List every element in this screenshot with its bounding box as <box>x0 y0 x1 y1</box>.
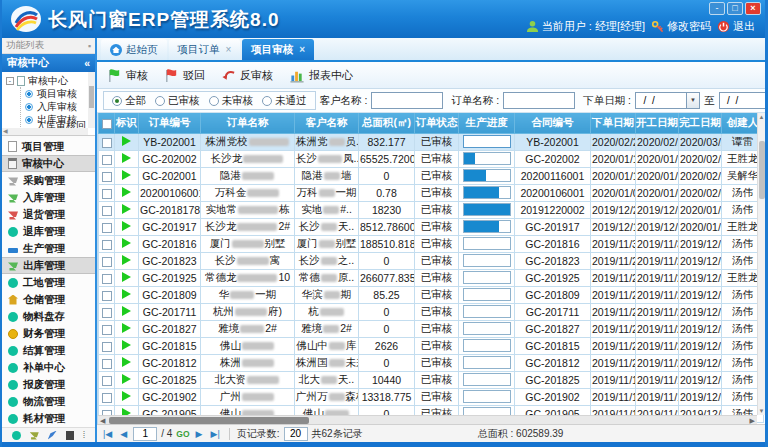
table-row[interactable]: GC-201925常德龙10常德原..266077.835..已审核GC-201… <box>99 269 764 286</box>
table-row[interactable]: GC-201823长沙寓长沙之..0已审核GC-2018232019/11/27… <box>99 252 764 269</box>
tree-item-1[interactable]: 入库审核 <box>25 100 87 113</box>
last-page-button[interactable]: ▶| <box>208 429 221 439</box>
scroll-left-icon[interactable]: ◀ <box>100 416 105 424</box>
pen-icon[interactable] <box>48 431 57 440</box>
row-checkbox[interactable] <box>102 138 112 148</box>
select-all-checkbox[interactable] <box>102 119 112 129</box>
tree-vertical-scrollbar[interactable] <box>88 72 95 128</box>
tree-root-node[interactable]: - 审核中心 <box>6 74 87 87</box>
row-checkbox[interactable] <box>102 240 112 250</box>
sidebar-item-14[interactable]: 报废管理 <box>2 376 95 393</box>
row-checkbox[interactable] <box>102 257 112 267</box>
column-header-4[interactable]: 客户名称 <box>295 113 359 133</box>
status-radio-0[interactable]: 全部 <box>112 94 146 108</box>
row-checkbox[interactable] <box>102 206 112 216</box>
first-page-button[interactable]: |◀ <box>101 429 114 439</box>
toolbar-button-0[interactable]: 审核 <box>103 66 156 85</box>
close-button[interactable]: × <box>745 2 761 15</box>
column-header-7[interactable]: 生产进度 <box>459 113 515 133</box>
column-header-2[interactable]: 订单编号 <box>139 113 201 133</box>
table-horizontal-scrollbar[interactable]: ◀ ▶ <box>98 415 757 424</box>
tab-1[interactable]: 项目订单× <box>169 39 241 60</box>
collapse-icon[interactable]: « <box>84 57 90 69</box>
sidebar-item-3[interactable]: 入库管理 <box>2 189 95 206</box>
column-header-11[interactable]: 完工日期 <box>679 113 722 133</box>
status-radio-2[interactable]: 未审核 <box>209 94 254 108</box>
contacts-icon[interactable] <box>66 431 74 440</box>
table-row[interactable]: GC-201809华一期华滨期85.25已审核GC-2018092019/11/… <box>99 286 764 303</box>
column-header-3[interactable]: 订单名称 <box>201 113 295 133</box>
table-row[interactable]: GC-2018178实地常栋实地#..18230已审核2019122000220… <box>99 201 764 218</box>
row-checkbox[interactable] <box>102 291 112 301</box>
row-checkbox[interactable] <box>102 274 112 284</box>
column-header-0[interactable] <box>99 113 115 133</box>
tab-2[interactable]: 项目审核× <box>242 39 314 60</box>
toolbar-button-2[interactable]: 反审核 <box>217 66 281 85</box>
table-row[interactable]: GC-202002长沙龙长沙凤..65525.7200..已审核GC-20200… <box>99 150 764 167</box>
minimize-button[interactable]: - <box>709 2 725 15</box>
column-header-10[interactable]: 开工日期 <box>636 113 679 133</box>
column-header-6[interactable]: 订单状态 <box>415 113 459 133</box>
row-checkbox[interactable] <box>102 393 112 403</box>
sidebar-item-8[interactable]: 工地管理 <box>2 274 95 291</box>
sidebar-item-5[interactable]: 退库管理 <box>2 223 95 240</box>
tree-horizontal-scrollbar[interactable]: ◀ <box>2 128 88 135</box>
status-radio-1[interactable]: 已审核 <box>155 94 200 108</box>
table-row[interactable]: YB-202001株洲党校株洲党员..832.177已审核YB-20200120… <box>99 133 764 150</box>
logout-button[interactable]: 退出 <box>717 19 755 34</box>
sidebar-item-9[interactable]: 仓储管理 <box>2 291 95 308</box>
sidebar-item-2[interactable]: 采购管理 <box>2 172 95 189</box>
sidebar-item-10[interactable]: 物料盘存 <box>2 308 95 325</box>
status-dot-icon[interactable] <box>12 431 21 440</box>
toolbar-button-1[interactable]: 驳回 <box>160 66 213 85</box>
scroll-down-icon[interactable]: ▼ <box>758 408 765 414</box>
sidebar-item-0[interactable]: 项目管理 <box>2 138 95 155</box>
page-number-input[interactable] <box>133 427 157 441</box>
table-row[interactable]: 20200106001万科金万科一期0.78已审核202001060012020… <box>99 184 764 201</box>
order-date-from-input[interactable] <box>635 92 687 109</box>
row-checkbox[interactable] <box>102 308 112 318</box>
row-checkbox[interactable] <box>102 325 112 335</box>
table-row[interactable]: GC-201917长沙龙2#长沙天..8512.78600..已审核GC-201… <box>99 218 764 235</box>
row-checkbox[interactable] <box>102 155 112 165</box>
table-row[interactable]: GC-201902广州广州万森林13318.775已审核GC-201902201… <box>99 388 764 405</box>
sidebar-item-11[interactable]: 财务管理 <box>2 325 95 342</box>
column-header-9[interactable]: 下单日期 <box>591 113 636 133</box>
table-vertical-scrollbar[interactable]: ▲ ▼ <box>757 113 765 415</box>
column-header-5[interactable]: 总面积(㎡) <box>359 113 415 133</box>
customer-name-input[interactable] <box>371 92 443 109</box>
sidebar-item-16[interactable]: 耗材管理 <box>2 410 95 427</box>
sidebar-item-1[interactable]: 审核中心 <box>2 155 95 172</box>
column-header-8[interactable]: 合同编号 <box>515 113 591 133</box>
scroll-right-icon[interactable]: ▶ <box>750 416 755 424</box>
cart-icon[interactable] <box>30 431 39 440</box>
more-icon[interactable]: ⁞ <box>83 431 86 440</box>
row-checkbox[interactable] <box>102 376 112 386</box>
change-password-button[interactable]: 修改密码 <box>651 19 711 34</box>
go-button[interactable]: GO <box>176 429 189 439</box>
table-row[interactable]: GC-201825北大资北大天..10440已审核GC-2018252019/1… <box>99 371 764 388</box>
sidebar-section-header[interactable]: 审核中心 « <box>2 54 95 72</box>
order-date-from-dropdown-icon[interactable]: ▼ <box>687 92 700 109</box>
status-radio-3[interactable]: 未通过 <box>262 94 307 108</box>
row-checkbox[interactable] <box>102 359 112 369</box>
table-row[interactable]: GC-201815佛山佛山中库2626已审核GC-2018152019/11/2… <box>99 337 764 354</box>
tab-0[interactable]: 起始页 <box>101 39 167 60</box>
tab-close-icon[interactable]: × <box>226 44 232 55</box>
vscroll-thumb[interactable] <box>759 141 765 199</box>
prev-page-button[interactable]: ◀ <box>118 429 129 439</box>
tree-expander-icon[interactable]: - <box>6 77 14 85</box>
order-date-to-input[interactable] <box>719 92 765 109</box>
table-row[interactable]: GC-201812株洲株洲国未来0已审核GC-2018122019/11/202… <box>99 354 764 371</box>
table-row[interactable]: GC-201711杭州府)杭0已审核GC-2017112019/11/20201… <box>99 303 764 320</box>
column-header-1[interactable]: 标识 <box>115 113 139 133</box>
maximize-button[interactable]: □ <box>727 2 743 15</box>
toolbar-button-3[interactable]: 报表中心 <box>285 66 361 85</box>
tab-close-icon[interactable]: × <box>299 44 305 55</box>
sidebar-item-6[interactable]: 生产管理 <box>2 240 95 257</box>
scroll-up-icon[interactable]: ▲ <box>758 114 765 120</box>
row-checkbox[interactable] <box>102 223 112 233</box>
row-checkbox[interactable] <box>102 342 112 352</box>
tree-item-0[interactable]: 项目审核 <box>25 87 87 100</box>
next-page-button[interactable]: ▶ <box>194 429 205 439</box>
